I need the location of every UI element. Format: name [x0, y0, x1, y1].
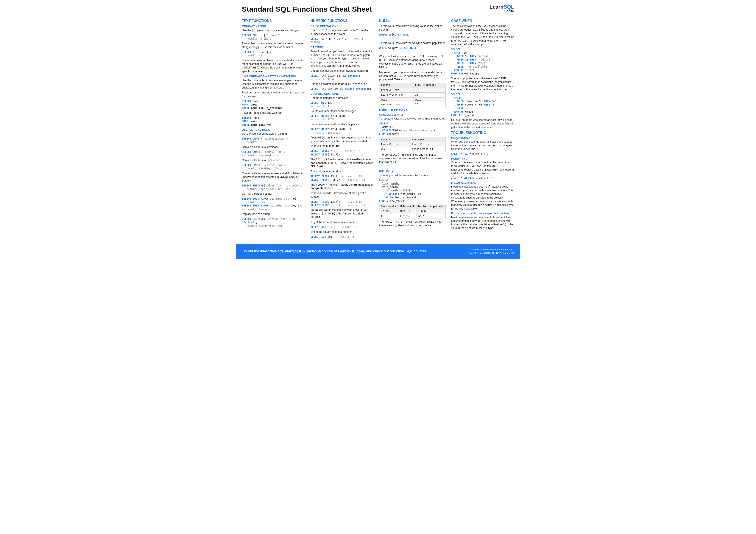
- like-code-1: SELECT name FROM names WHERE name LIKE '…: [242, 99, 305, 110]
- c2u6-p: To round towards 0 irrespective of the s…: [310, 191, 374, 199]
- td: LearnPython.com: [379, 92, 413, 97]
- footer-right: LearnSQL.com is owned by Vertabelo SA ve…: [467, 248, 514, 255]
- like-desc-3: Fetch all names that end with 'a':: [242, 111, 305, 115]
- td: LearnSQL.com: [410, 142, 446, 147]
- td: 150.0: [417, 209, 446, 214]
- heading-text-functions: TEXT FUNCTIONS: [242, 18, 305, 23]
- cast-p1: From time to time, you need to change th…: [310, 50, 374, 68]
- column-3: NULLs To retrieve all rows with a missin…: [379, 18, 446, 240]
- co-p: To replace NULL in a query with somethin…: [379, 117, 446, 120]
- th: better_by_percent: [417, 204, 446, 209]
- footer-owner: LearnSQL.com is owned by Vertabelo SA: [467, 248, 514, 251]
- heading-casting: CASTING: [310, 45, 374, 49]
- c2u1-p: Get the remainder of a division:: [310, 96, 374, 100]
- footer-link-site[interactable]: LearnSQL.com: [338, 249, 364, 253]
- page-title: Standard SQL Functions Cheat Sheet: [242, 4, 372, 14]
- u4-p: Convert all letters to lowercase and all…: [242, 172, 305, 183]
- cw-p3: Here, all students who scored at least 9…: [451, 118, 514, 129]
- t1-p: When you don't see the decimal places yo…: [451, 140, 514, 151]
- u1-p: Get the count of characters in a string:: [242, 132, 305, 136]
- u1-c: SELECT LENGTH('LearnSQL.com'); -- result…: [242, 137, 305, 144]
- n2-c: WHERE weight IS NOT NULL: [379, 46, 446, 50]
- heading-basic: BASIC OPERATIONS: [310, 24, 374, 28]
- basic-p: Use +, -, *, / to do some basic math. To…: [310, 29, 374, 36]
- content-columns: TEXT FUNCTIONS CONCATENATION Use the || …: [242, 18, 514, 240]
- u4-c: SELECT INITCAP('edgar frank ted cODD'); …: [242, 184, 305, 191]
- u2-p: Convert all letters to lowercase:: [242, 145, 305, 149]
- ni-p2: The NULLIF(x, y) function will return NU…: [379, 220, 446, 227]
- c2u6-c: SELECT TRUNC(13.5); -- result: 13 SELECT…: [310, 200, 374, 207]
- column-1: TEXT FUNCTIONS CONCATENATION Use the || …: [242, 18, 305, 240]
- td: NULL: [417, 214, 446, 219]
- cw-c1: SELECT CASE fee WHEN 50 THEN 'normal' WH…: [451, 48, 514, 76]
- ni-c: SELECT last_month, this_month, this_mont…: [379, 178, 446, 203]
- c2u8-c: SELECT SQRT(9); -- result: 3: [310, 235, 374, 239]
- heading-case-when: CASE WHEN: [451, 18, 514, 23]
- footer-left: Try out the interactive Standard SQL Fun…: [242, 249, 428, 254]
- u3-p: Convert all letters to uppercase:: [242, 159, 305, 162]
- n3-p: Why shouldn't you use price = NULL or we…: [379, 55, 446, 69]
- concat-code-1: SELECT 'Hi ' || 'there!'; -- result: Hi …: [242, 34, 305, 40]
- td: 178123: [398, 214, 416, 219]
- td: vertabelo.com: [379, 102, 413, 107]
- u5-c: SELECT SUBSTRING('LearnSQL.com', 9); -- …: [242, 197, 305, 211]
- n1-c: WHERE price IS NULL: [379, 33, 446, 37]
- cw-c2: SELECT CASE WHEN score >= 90 THEN 'A' WH…: [451, 92, 514, 117]
- n4-p: Moreover, if you use a function or conca…: [379, 71, 446, 82]
- n2-p: To retrieve all rows with the weight col…: [379, 41, 446, 45]
- td: NULL: [379, 147, 410, 152]
- td: 15: [413, 92, 445, 97]
- td: 13: [413, 102, 445, 107]
- th: domain: [379, 137, 410, 142]
- cw-p1: The basic version of CASE WHEN checks if…: [451, 24, 514, 46]
- c2u5-p: To round the number down:: [310, 170, 374, 173]
- heading-nullif: NULLIF(x, y): [379, 170, 446, 173]
- t2-c: count / NULLIF(count_all, 0): [451, 177, 514, 180]
- cw-p2: The most popular type is the searched CA…: [451, 77, 514, 91]
- c2u6-p2: TRUNC(x) works the same way as CAST(x AS…: [310, 208, 374, 219]
- footer-license: vertabelo.com | CC BY-NC-ND Vertabelo SA: [467, 251, 514, 255]
- heading-numeric: NUMERIC FUNCTIONS: [310, 18, 374, 23]
- c2u2-p: Round a number to its nearest integer:: [310, 109, 374, 113]
- th: LENGTH(domain): [413, 83, 445, 88]
- c2u5-p2: The FLOOR(x) function returns the greate…: [310, 183, 374, 191]
- header: Standard SQL Functions Cheat Sheet Learn…: [242, 4, 514, 14]
- th: this_month: [398, 204, 416, 209]
- u5-p: Get just a part of a string:: [242, 192, 305, 196]
- logo: LearnSQL • com: [490, 4, 514, 13]
- t4-p: Most databases won't complain, but do ch…: [451, 216, 514, 230]
- logo-pre: Learn: [490, 4, 503, 10]
- concat-desc-3: Some databases implement non-standard so…: [242, 59, 305, 73]
- logo-sub: com: [507, 9, 514, 13]
- c2u4-c: SELECT CEIL(13.1); -- result: 14 SELECT …: [310, 149, 374, 156]
- footer-text: course at: [321, 249, 338, 253]
- like-desc-2: Fetch all names that start with any lett…: [242, 91, 305, 98]
- td: 723786: [379, 209, 398, 214]
- heading-like: LIKE OPERATOR – PATTERN MATCHING: [242, 74, 305, 78]
- u6-p: Replace part of a string:: [242, 212, 305, 216]
- footer: Try out the interactive Standard SQL Fun…: [236, 244, 520, 259]
- co-p2: The COALESCE() function takes any number…: [379, 153, 446, 164]
- footer-link-course[interactable]: Standard SQL Functions: [278, 249, 321, 253]
- logo-dot: •: [504, 9, 505, 13]
- u2-c: SELECT LOWER('LEARNSQL.COM'); -- result:…: [242, 150, 305, 157]
- t3-h: Inexact calculations: [451, 181, 514, 185]
- c2u3-p: Round a number to three decimal places:: [310, 122, 374, 126]
- c2u4-p2: The CEIL(x) function returns the smalles…: [310, 158, 374, 168]
- heading-nulls: NULLs: [379, 18, 446, 23]
- cast-c2: SELECT CAST(column AS double precision);: [310, 87, 374, 91]
- cast-p2: Get the number as an integer (without ro…: [310, 69, 374, 73]
- t1-c: CAST(123 AS decimal) / 2: [451, 152, 514, 156]
- footer-text: , and check out our other SQL courses.: [364, 249, 427, 253]
- heading-troubleshooting: TROUBLESHOOTING: [451, 131, 514, 135]
- t2-p: To avoid this error, make sure that the …: [451, 161, 514, 175]
- td: NULL: [413, 97, 445, 102]
- c2u7-p: To get the absolute value of a number:: [310, 220, 374, 224]
- c2u7-c: SELECT ABS(-12); -- result: 12: [310, 225, 374, 229]
- concat-code-2: SELECT '' || 4 || 2; -- result: 42: [242, 50, 305, 57]
- t3-p: If you do calculations using real (float…: [451, 185, 514, 210]
- th: last_month: [379, 204, 398, 209]
- basic-c: SELECT 60 * 60 * 24 * 7; -- result: 6048…: [310, 37, 374, 44]
- th: coalesce: [410, 137, 446, 142]
- td: NULL: [379, 97, 413, 102]
